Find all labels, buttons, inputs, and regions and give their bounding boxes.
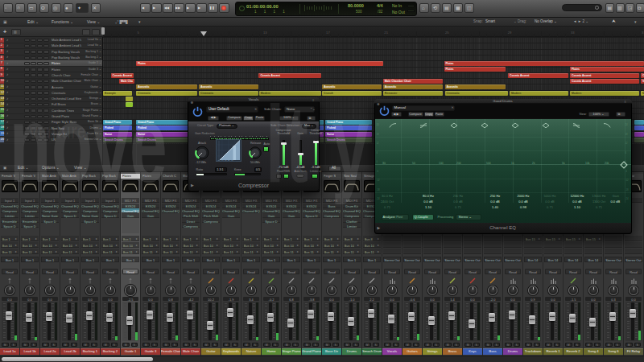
svg-text:-50 -40 -30 -20 -10: -50 -40 -30 -20 -10 xyxy=(217,159,233,162)
